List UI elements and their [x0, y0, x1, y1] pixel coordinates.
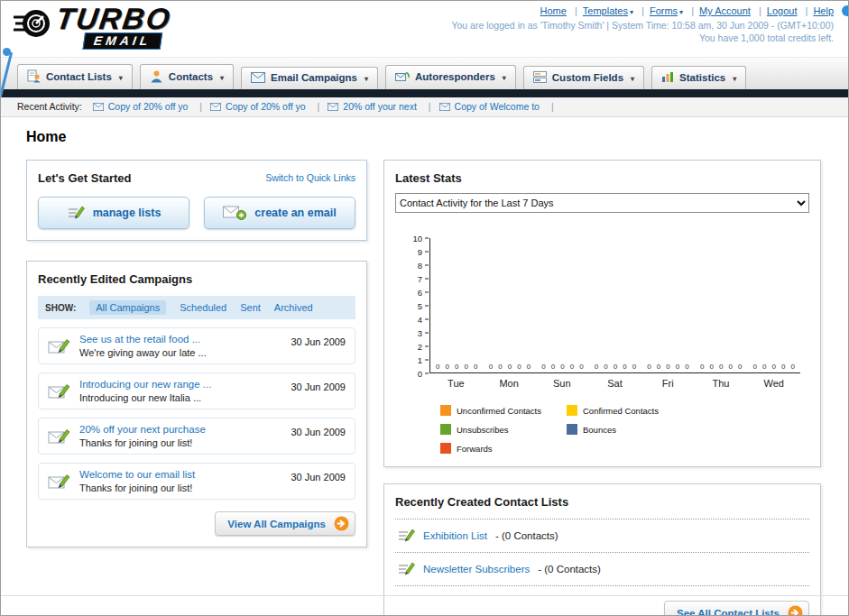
y-tick-label: 2: [418, 342, 429, 352]
chart-value-group: 00000: [747, 363, 800, 371]
y-tick-label: 4: [418, 315, 429, 325]
show-label: SHOW:: [45, 303, 76, 313]
contact-list-row: Exhibition List - (0 Contacts): [395, 519, 809, 553]
campaign-title-link[interactable]: Introducing our new range ...: [79, 379, 282, 390]
dropdown-arrow-icon: [501, 71, 506, 82]
filter-sent[interactable]: Sent: [240, 302, 261, 313]
recent-activity-item[interactable]: Copy of Welcome to: [439, 101, 562, 112]
x-axis-label: Sun: [535, 378, 588, 389]
chart-value: 0: [455, 363, 458, 371]
recent-activity-item-label: Copy of 20% off yo: [226, 101, 306, 112]
dropdown-arrow-icon: [363, 72, 368, 83]
filter-scheduled[interactable]: Scheduled: [180, 302, 226, 313]
button-label: create an email: [254, 207, 336, 219]
view-all-campaigns-button[interactable]: View All Campaigns: [215, 511, 355, 536]
chart-value: 0: [595, 363, 598, 371]
nav-tab-custom-fields[interactable]: Custom Fields: [523, 66, 644, 89]
autoresponders-icon: [395, 70, 410, 83]
legend-label: Confirmed Contacts: [583, 406, 659, 416]
chart-value: 0: [498, 363, 502, 371]
nav-tab-contact-lists[interactable]: Contact Lists: [17, 64, 133, 89]
filter-archived[interactable]: Archived: [274, 302, 313, 313]
email-icon: [210, 103, 221, 111]
recent-activity-item[interactable]: 20% off your next: [328, 101, 438, 112]
legend-item: Unsubscribes: [440, 424, 567, 435]
page-title: Home: [26, 129, 821, 145]
chart-value: 0: [719, 363, 723, 371]
legend-swatch: [567, 424, 577, 435]
campaign-subtitle: Thanks for joining our list!: [79, 483, 282, 493]
chart-value: 0: [762, 363, 766, 371]
campaign-title-link[interactable]: See us at the retail food ...: [79, 334, 282, 345]
pencil-edit-icon: [67, 205, 85, 221]
nav-tab-statistics[interactable]: Statistics: [651, 66, 746, 89]
contact-list-link[interactable]: Newsletter Subscribers: [423, 564, 530, 575]
recently-edited-campaigns-panel: Recently Edited Campaigns SHOW: All Camp…: [26, 261, 367, 547]
chart-value: 0: [728, 363, 732, 371]
chart-value: 0: [753, 363, 757, 371]
campaign-row: Introducing our new range ... Introducin…: [38, 372, 355, 409]
campaign-title-link[interactable]: Welcome to our email list: [79, 469, 282, 480]
x-axis-label: Mon: [483, 378, 536, 389]
app-logo: TURBO EMAIL: [14, 5, 257, 50]
switch-to-quick-links[interactable]: Switch to Quick Links: [265, 172, 355, 183]
nav-tab-autoresponders[interactable]: Autoresponders: [385, 65, 516, 89]
legend-swatch: [440, 424, 451, 435]
chart-value: 0: [579, 363, 583, 371]
pencil-edit-icon: [397, 528, 415, 544]
nav-tab-email-campaigns[interactable]: Email Campaigns: [241, 67, 378, 89]
campaign-row: See us at the retail food ... We're givi…: [38, 327, 355, 364]
campaign-title-link[interactable]: 20% off your next purchase: [79, 424, 282, 435]
filter-all-campaigns[interactable]: All Campaigns: [89, 300, 166, 315]
main-content: Home Let's Get Started Switch to Quick L…: [1, 117, 848, 616]
y-tick-label: 8: [418, 261, 429, 271]
recent-activity-item[interactable]: Copy of 20% off yo: [210, 101, 328, 112]
chart-value: 0: [709, 363, 713, 371]
create-an-email-button[interactable]: create an email: [204, 197, 355, 229]
dropdown-arrow-icon: [629, 72, 634, 83]
speedometer-icon: [14, 5, 51, 42]
nav-tab-label: Contact Lists: [46, 71, 112, 82]
campaign-date: 30 Jun 2009: [291, 472, 346, 483]
forms-link[interactable]: Forms: [650, 5, 678, 16]
chart-value: 0: [781, 363, 785, 371]
chart-value: 0: [604, 363, 607, 371]
footer-divider: [1, 595, 848, 596]
help-link[interactable]: Help: [813, 5, 834, 16]
campaign-subtitle: We're giving away our late ...: [79, 347, 282, 358]
contact-lists-icon: [27, 69, 41, 83]
chart-value: 0: [791, 363, 795, 371]
recent-activity-item[interactable]: Copy of 20% off yo: [93, 101, 210, 112]
nav-divider-bar: [1, 89, 848, 97]
y-tick-label: 5: [418, 301, 429, 311]
stats-period-select[interactable]: Contact Activity for the Last 7 Days: [395, 193, 809, 213]
see-all-contact-lists-button[interactable]: See All Contact Lists: [664, 601, 809, 616]
chart-groups: 00000000000000000000000000000000000: [430, 363, 800, 371]
left-column: Let's Get Started Switch to Quick Links: [26, 160, 367, 547]
contact-list-row: Newsletter Subscribers - (0 Contacts): [395, 553, 809, 586]
home-link[interactable]: Home: [540, 5, 567, 16]
email-icon: [439, 103, 450, 111]
templates-link[interactable]: Templates: [583, 5, 628, 16]
logout-link[interactable]: Logout: [767, 5, 798, 16]
contact-list-link[interactable]: Exhibition List: [423, 530, 487, 541]
top-header: TURBO EMAIL Home Templates Forms My Acco…: [1, 1, 848, 57]
my-account-link[interactable]: My Account: [699, 5, 751, 16]
dropdown-arrow-icon: [731, 72, 736, 83]
custom-fields-icon: [533, 71, 547, 83]
logo-word-turbo: TURBO: [54, 5, 173, 32]
stats-chart: 109876543210 000000000000000000000000000…: [402, 238, 800, 454]
nav-tab-contacts[interactable]: Contacts: [140, 64, 234, 89]
legend-item: Bounces: [567, 424, 693, 435]
latest-stats-panel: Latest Stats Contact Activity for the La…: [383, 160, 821, 467]
chart-value: 0: [517, 363, 521, 371]
button-label: manage lists: [93, 207, 161, 219]
nav-tab-label: Custom Fields: [552, 72, 623, 83]
panel-title: Recently Edited Campaigns: [38, 272, 355, 286]
x-axis-label: Thu: [695, 378, 748, 389]
email-campaigns-icon: [251, 72, 265, 83]
contact-list-count: - (0 Contacts): [538, 564, 601, 575]
chart-value-group: 00000: [695, 363, 748, 371]
manage-lists-button[interactable]: manage lists: [38, 197, 189, 229]
nav-tab-label: Email Campaigns: [271, 72, 357, 83]
